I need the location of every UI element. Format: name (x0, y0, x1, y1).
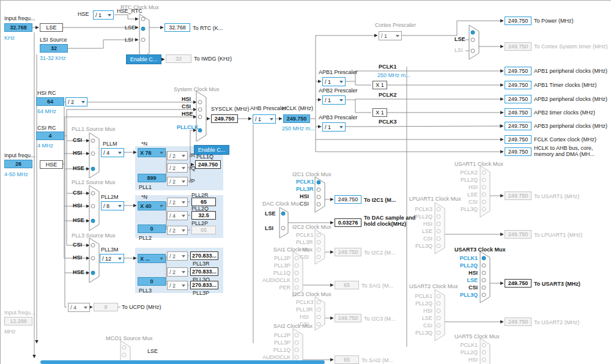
usart1-output-value: 249.750 (505, 191, 531, 200)
pll3-n-value: X ... (140, 256, 150, 262)
clock-tree-canvas: Input frequ... 32.768 KHz LSE LSI Source… (0, 0, 611, 364)
lse-input-freq-label: Input frequ... (4, 15, 35, 21)
csi-value-field[interactable]: 4 (36, 132, 64, 140)
cortex-prescaler-dropdown[interactable]: / 1 (379, 31, 402, 40)
sai2-output-value: 65 (335, 355, 359, 364)
i2c1-clock-mux-shape[interactable] (315, 177, 325, 212)
ucpd-divider-dropdown[interactable]: / 4 (68, 303, 90, 312)
pll2-n-dropdown[interactable]: X 40 (138, 201, 166, 210)
to-rtc-label: To RTC (K... (193, 25, 223, 31)
uart5-input-hsi: HSI (450, 357, 478, 363)
hsi-divider-dropdown[interactable]: / 2 (65, 97, 87, 106)
i2c3-clock-mux-shape[interactable] (315, 297, 325, 330)
pll3-r-dropdown[interactable]: / 2 (167, 251, 188, 261)
sys-input-hse: HSE (182, 111, 193, 117)
pll1-p-dropdown[interactable]: / 2 (167, 177, 188, 186)
usart3-clock-mux-shape[interactable] (480, 251, 490, 303)
chevron-down-icon (339, 126, 343, 128)
lse-input-freq-field[interactable]: 32.768 (4, 23, 32, 32)
iwdg-value: 32 (166, 54, 191, 63)
pll1-source-mux-shape[interactable] (89, 133, 99, 178)
css-enable-button[interactable]: Enable C... (194, 145, 229, 155)
pll1-input-hsi: HSI (73, 150, 82, 156)
pll2-q-value: / 4 (169, 213, 176, 219)
apb3-periph-label: APB3 peripheral clocks (MHz) (534, 123, 607, 129)
pll3-n-dropdown[interactable]: X ... (138, 254, 166, 263)
pclk1-note: 250 MHz m... (377, 72, 410, 78)
cortex-mux-shape[interactable] (469, 25, 479, 59)
to-i2c3-label: To I2C3 (M... (364, 316, 396, 322)
usart3-input-pclk1: PCLK1 (450, 255, 478, 261)
apb3-prescaler-dropdown[interactable]: / 1 (322, 122, 346, 132)
pll1-n-dropdown[interactable]: X 76 (138, 148, 166, 157)
pll3-input-hsi: HSI (73, 254, 82, 261)
horizontal-scrollbar-thumb[interactable] (40, 360, 325, 364)
pll3-q-dropdown[interactable]: / 2 (167, 267, 188, 277)
apb1-x1-multiplier: X 1 (372, 81, 387, 89)
usart1-clock-mux-shape[interactable] (480, 166, 490, 217)
i2c3-mux-title: I2C3 Clock Mux (292, 291, 331, 297)
sai1-input-per: PER (261, 284, 291, 291)
cortex-prescaler-label: Cortex Prescaler (375, 22, 416, 28)
hsi-divider-value: / 2 (68, 99, 74, 105)
i2c2-mux-title: I2C2 Clock Mux (292, 224, 331, 230)
apb2-timer-value: 249.750 (505, 108, 531, 117)
pll1-m-value: / 4 (103, 150, 109, 156)
pll1-fracn-field[interactable]: 899 (138, 174, 166, 182)
cortex-timer-value: 249.750 (505, 42, 531, 51)
i2c2-clock-mux-shape[interactable] (315, 229, 325, 264)
pll3-m-dropdown[interactable]: / 12 (100, 254, 124, 263)
pll1-m-dropdown[interactable]: / 4 (101, 148, 124, 157)
ahb-prescaler-label: AHB Prescaler (250, 105, 286, 111)
pll3-p-dropdown[interactable]: / 2 (167, 281, 188, 290)
rtc-enable-button[interactable]: Enable C... (126, 54, 161, 64)
chevron-down-icon (396, 35, 399, 37)
apb1-prescaler-dropdown[interactable]: / 1 (322, 77, 346, 86)
dac-clock-mux-shape[interactable] (280, 207, 288, 238)
i2s-input-freq-unit: MHz (4, 329, 16, 335)
pll3-fracn-field[interactable]: 0 (138, 277, 166, 286)
usart3-input-pll3q: PLL3Q (450, 292, 478, 298)
rtc-hse-divider-dropdown[interactable]: / 1 (93, 10, 114, 20)
uart5-clock-mux-shape[interactable] (480, 338, 490, 364)
sys-input-pllclk: PLLCLK (177, 124, 199, 130)
pll3-source-mux-shape[interactable] (89, 238, 99, 283)
sysclk-label: SYSCLK (MHz) (211, 106, 250, 112)
pll2-q-dropdown[interactable]: / 4 (167, 211, 188, 220)
ahb-prescaler-dropdown[interactable]: / 1 (253, 114, 276, 124)
apb1-periph-label: APB1 peripheral clocks (MHz) (534, 68, 607, 74)
i2c2-input-pclk1: PCLK1 (296, 232, 314, 238)
sai1-output-value: 65 (335, 281, 359, 289)
lsi-value-field[interactable]: 32 (40, 44, 68, 53)
i2c3-output-value: 249.750 (335, 314, 361, 322)
hsi-value-field[interactable]: 64 (36, 97, 64, 106)
chevron-down-icon (108, 14, 111, 17)
system-clock-mux-shape[interactable] (196, 91, 206, 141)
pll2-fracn-field[interactable]: 0 (138, 225, 166, 233)
rtc-hse-divider-value: / 1 (95, 12, 102, 18)
pll3-q-value: / 2 (169, 269, 176, 275)
usart1-input-pclk2: PCLK2 (450, 169, 478, 176)
chevron-down-icon (84, 306, 87, 309)
pll1-r-dropdown[interactable]: / 2 (167, 151, 188, 160)
pll2-name-label: PLL2 (139, 235, 152, 241)
pll2-p-dropdown[interactable]: / 2 (167, 226, 188, 235)
apb2-prescaler-dropdown[interactable]: / 1 (322, 95, 346, 105)
usart2-clock-mux-shape[interactable] (435, 289, 445, 341)
pll2-source-mux-shape[interactable] (89, 185, 99, 231)
hse-input-freq-field[interactable]: 26 (4, 160, 32, 168)
hclk-value-field[interactable]: 249.750 (283, 114, 310, 123)
i2c1-output-value: 249.750 (335, 195, 361, 204)
usart2-input-pll2q: PLL2Q (404, 300, 432, 306)
pll1-q-dropdown[interactable]: / 2 (167, 163, 188, 173)
lpuart1-clock-mux-shape[interactable] (435, 202, 445, 254)
pll2-m-dropdown[interactable]: / 8 (101, 201, 124, 210)
pll3-name-label: PLL3 (139, 288, 152, 294)
apb2-prescaler-value: / 1 (325, 97, 331, 103)
rtc-clock-mux-shape[interactable] (139, 14, 149, 59)
i2c3-input-pll3r: PLL3R (296, 306, 313, 313)
i2c1-input-hsi: HSI (300, 193, 309, 199)
pll2-r-dropdown[interactable]: / 2 (167, 198, 188, 207)
usart3-input-pll2q: PLL2Q (450, 262, 478, 269)
sai2-clock-mux-shape[interactable] (293, 329, 303, 364)
